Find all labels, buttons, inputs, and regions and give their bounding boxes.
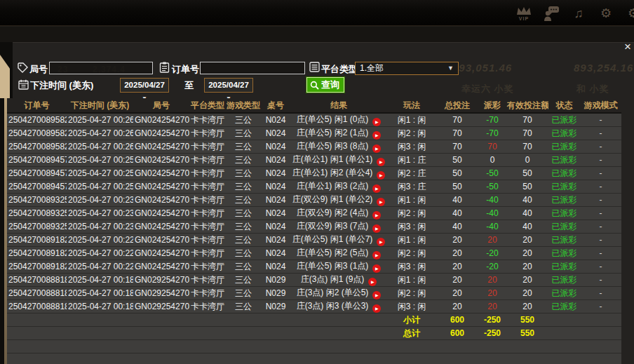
replay-play-icon[interactable]: ▶ (372, 118, 381, 126)
cell-time: 2025-04-27 00:23:41 (67, 207, 133, 220)
cell-table_no: N024 (261, 247, 290, 260)
cell-payout: -50 (478, 180, 506, 194)
cell-round: GN0292542700E (133, 287, 189, 300)
edge-partial-icon[interactable]: ⚙ (624, 4, 634, 23)
empty-cell (133, 353, 189, 364)
table-row: 2504270088818312025-04-27 00:18:32GN0292… (7, 287, 621, 300)
replay-play-icon[interactable]: ▶ (377, 198, 385, 206)
cell-time: 2025-04-27 00:26:16 (67, 127, 133, 140)
cell-platform: 卡卡湾厅 (189, 140, 226, 154)
date-to-select[interactable]: 2025/04/27 ▼ (204, 78, 253, 93)
cell-game: 三公 (226, 274, 261, 287)
empty-cell (580, 327, 621, 340)
cell-time: 2025-04-27 00:26:16 (67, 113, 133, 127)
platform-select[interactable]: 1.全部 ▼ (355, 62, 459, 75)
cell-total-bet: 40 (436, 207, 478, 220)
sub-header-band (0, 26, 634, 43)
cell-order: 250427008958263 (7, 113, 67, 127)
cell-platform: 卡卡湾厅 (189, 287, 226, 300)
close-icon[interactable]: × (621, 41, 634, 53)
cell-game-mode: - (580, 140, 621, 154)
table-row: 2504270089182792025-04-27 00:22:14GN0242… (7, 247, 621, 260)
empty-cell (436, 353, 478, 364)
empty-cell (290, 314, 387, 327)
subtotal-payout: -250 (478, 314, 506, 327)
column-header: 派彩 (478, 98, 506, 113)
replay-play-icon[interactable]: ▶ (372, 304, 381, 313)
search-button[interactable]: 查询 (306, 77, 344, 93)
total-label: 总计 (387, 327, 436, 340)
cell-table_no: N024 (261, 113, 290, 127)
cell-game: 三公 (226, 113, 261, 127)
replay-play-icon[interactable]: ▶ (372, 291, 381, 299)
table-row: 2504270089325842025-04-27 00:23:41GN0242… (7, 220, 621, 234)
cell-time: 2025-04-27 00:23:41 (67, 194, 133, 207)
cell-table_no: N024 (261, 220, 290, 234)
table-row: 2504270088818302025-04-27 00:18:32GN0292… (7, 300, 621, 314)
cell-table_no: N024 (261, 180, 290, 194)
replay-play-icon[interactable]: ▶ (372, 211, 381, 220)
table-row: 2504270089582602025-04-27 00:26:16GN0242… (7, 140, 621, 154)
cell-total-bet: 40 (436, 194, 478, 207)
cell-order: 250427008881831 (7, 287, 67, 300)
cell-platform: 卡卡湾厅 (189, 300, 226, 314)
empty-cell (67, 353, 133, 364)
cell-game: 三公 (226, 167, 261, 180)
cell-round: GN0292542700E (133, 300, 189, 314)
column-header: 桌号 (261, 98, 290, 113)
cell-status: 已派彩 (548, 274, 580, 287)
cell-game-mode: - (580, 274, 621, 287)
cell-play-type: 闲3 : 闲 (387, 220, 436, 234)
empty-cell (226, 340, 261, 353)
cell-valid-bet: 20 (506, 300, 548, 314)
music-note-icon[interactable]: ♫ (569, 4, 588, 23)
replay-play-icon[interactable]: ▶ (372, 131, 381, 140)
round-input[interactable] (49, 62, 153, 74)
cell-valid-bet: 20 (506, 274, 548, 287)
cell-valid-bet: 70 (506, 140, 548, 154)
empty-cell (226, 353, 261, 364)
empty-cell (67, 327, 133, 340)
settings-gear-icon[interactable]: ⚙ (597, 4, 615, 23)
replay-play-icon[interactable]: ▶ (377, 158, 385, 166)
replay-play-icon[interactable]: ▶ (368, 278, 377, 286)
cell-game: 三公 (226, 220, 261, 234)
cell-result: 庄(双公9) 闲1 (单公2)▶ (290, 194, 387, 207)
order-input[interactable] (200, 62, 305, 74)
replay-play-icon[interactable]: ▶ (372, 144, 381, 153)
edge-partial-glyph: ⚙ (628, 7, 634, 20)
replay-play-icon[interactable]: ▶ (372, 184, 381, 193)
cell-valid-bet: 70 (506, 113, 548, 127)
column-header: 有效投注额 (506, 98, 548, 113)
empty-cell (67, 314, 133, 327)
replay-play-icon[interactable]: ▶ (372, 251, 381, 259)
empty-cell (67, 340, 133, 353)
chevron-down-icon: ▼ (447, 62, 454, 74)
replay-play-icon[interactable]: ▶ (372, 224, 381, 233)
empty-cell (290, 340, 387, 353)
cell-result: 庄(3点) 闲2 (单公5)▶ (290, 287, 387, 300)
cell-game-mode: - (580, 194, 621, 207)
vip-crown-icon[interactable]: VIP (515, 4, 533, 23)
cell-order: 250427008958261 (7, 127, 67, 140)
cell-total-bet: 50 (436, 167, 478, 180)
replay-play-icon[interactable]: ▶ (377, 238, 385, 246)
cell-result: 庄(单公5) 闲2 (1点)▶ (290, 127, 387, 140)
empty-cell (478, 353, 506, 364)
total-row: 总计600-250550 (7, 327, 621, 340)
empty-cell (580, 353, 621, 364)
support-chat-icon[interactable] (542, 4, 560, 23)
result-text: 庄(双公9) 闲1 (单公2) (292, 194, 373, 205)
date-from-value: 2025/04/27 (124, 81, 165, 89)
replay-play-icon[interactable]: ▶ (372, 264, 381, 273)
cell-round: GN0242542700H (133, 194, 189, 207)
replay-play-icon[interactable]: ▶ (377, 171, 385, 180)
empty-cell (580, 314, 621, 327)
date-from-select[interactable]: 2025/04/27 ▼ (120, 78, 169, 93)
betting-records-screen: VIP ♫ ⚙ ⚙ 893,051.46 893,254.16 幸运六 小奖 和… (0, 0, 634, 364)
cell-status: 已派彩 (548, 127, 580, 140)
column-header: 下注时间 (美东) (67, 98, 133, 113)
bet-time-filter-label: 下注时间 (美东) (30, 79, 93, 92)
cell-time: 2025-04-27 00:18:32 (67, 274, 133, 287)
cell-game-mode: - (580, 300, 621, 314)
